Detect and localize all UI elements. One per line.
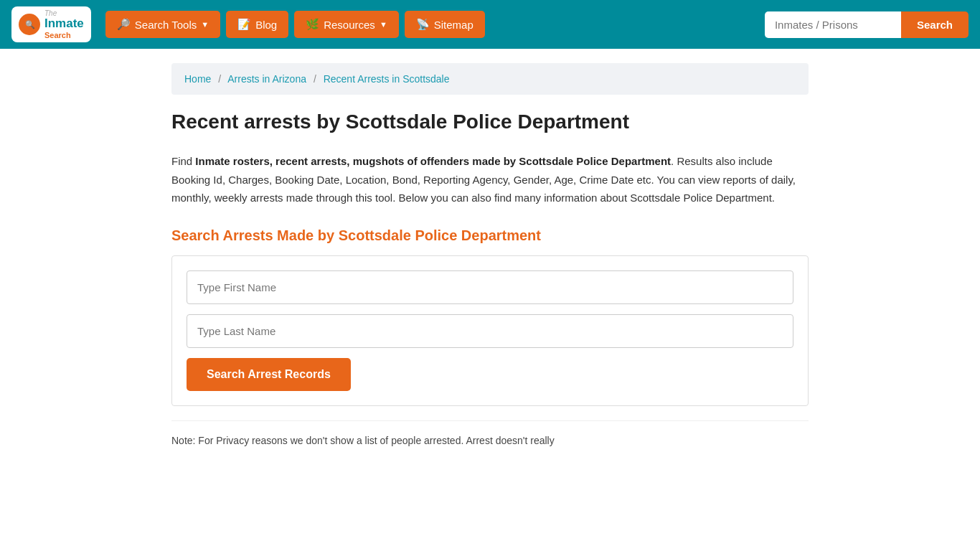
last-name-input[interactable]: [187, 314, 793, 348]
desc-bold: Inmate rosters, recent arrests, mugshots…: [195, 155, 671, 167]
search-tools-icon: 🔎: [117, 18, 131, 31]
breadcrumb-home[interactable]: Home: [184, 73, 211, 85]
blog-label: Blog: [255, 19, 277, 31]
breadcrumb-separator-2: /: [314, 73, 316, 85]
logo-text: The Inmate Search: [44, 9, 84, 39]
search-section-title: Search Arrests Made by Scottsdale Police…: [171, 227, 809, 244]
sitemap-button[interactable]: 📡 Sitemap: [405, 11, 485, 38]
main-content: Home / Arrests in Arizona / Recent Arres…: [160, 49, 820, 463]
breadcrumb-separator-1: /: [218, 73, 221, 85]
blog-button[interactable]: 📝 Blog: [226, 11, 288, 38]
first-name-input[interactable]: [187, 270, 793, 304]
logo-box: 🔍 The Inmate Search: [11, 6, 91, 42]
note-text-content: Note: For Privacy reasons we don't show …: [171, 435, 555, 446]
page-description: Find Inmate rosters, recent arrests, mug…: [171, 152, 809, 207]
search-tools-button[interactable]: 🔎 Search Tools ▼: [105, 11, 220, 38]
nav-search-button[interactable]: Search: [901, 11, 969, 38]
nav-search-input[interactable]: [765, 11, 901, 38]
resources-icon: 🌿: [306, 18, 319, 31]
chevron-down-icon: ▼: [201, 20, 209, 29]
sitemap-label: Sitemap: [434, 19, 473, 31]
nav-search-label: Search: [917, 19, 953, 31]
search-arrest-label: Search Arrest Records: [207, 368, 331, 380]
logo-area: 🔍 The Inmate Search: [11, 6, 91, 42]
sitemap-icon: 📡: [416, 18, 430, 31]
search-form: Search Arrest Records: [171, 255, 809, 406]
page-title: Recent arrests by Scottsdale Police Depa…: [171, 109, 809, 135]
nav-search-group: Search: [765, 11, 969, 38]
resources-button[interactable]: 🌿 Resources ▼: [294, 11, 399, 38]
svg-text:🔍: 🔍: [25, 19, 35, 29]
navbar: 🔍 The Inmate Search 🔎 Search Tools ▼ 📝 B…: [0, 0, 980, 49]
blog-icon: 📝: [237, 18, 251, 31]
resources-label: Resources: [324, 19, 375, 31]
breadcrumb-arizona[interactable]: Arrests in Arizona: [227, 73, 306, 85]
desc-prefix: Find: [171, 155, 195, 167]
search-arrest-records-button[interactable]: Search Arrest Records: [187, 358, 351, 391]
search-tools-label: Search Tools: [135, 19, 197, 31]
breadcrumb: Home / Arrests in Arizona / Recent Arres…: [171, 63, 809, 95]
breadcrumb-scottsdale[interactable]: Recent Arrests in Scottsdale: [324, 73, 450, 85]
logo-icon: 🔍: [19, 14, 40, 35]
chevron-down-icon-resources: ▼: [380, 20, 387, 29]
privacy-note: Note: For Privacy reasons we don't show …: [171, 420, 809, 448]
